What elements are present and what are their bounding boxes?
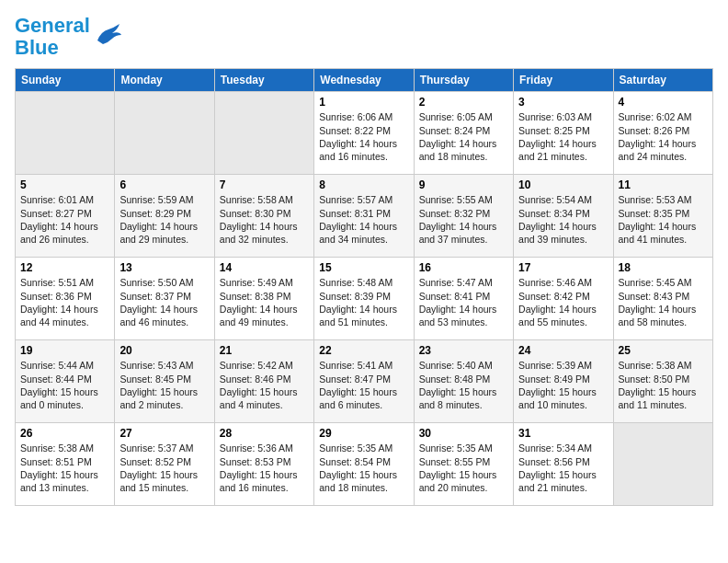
cell-info: Sunrise: 5:55 AMSunset: 8:32 PMDaylight:… — [419, 194, 497, 245]
calendar-cell: 18Sunrise: 5:45 AMSunset: 8:43 PMDayligh… — [613, 258, 712, 340]
header-friday: Friday — [514, 69, 613, 92]
calendar-cell — [115, 92, 214, 175]
calendar-week-2: 12Sunrise: 5:51 AMSunset: 8:36 PMDayligh… — [16, 258, 713, 340]
calendar-cell: 19Sunrise: 5:44 AMSunset: 8:44 PMDayligh… — [16, 340, 115, 423]
calendar-cell: 11Sunrise: 5:53 AMSunset: 8:35 PMDayligh… — [613, 175, 712, 258]
calendar-cell: 6Sunrise: 5:59 AMSunset: 8:29 PMDaylight… — [115, 175, 214, 258]
calendar-cell: 26Sunrise: 5:38 AMSunset: 8:51 PMDayligh… — [16, 423, 115, 506]
calendar-cell: 20Sunrise: 5:43 AMSunset: 8:45 PMDayligh… — [115, 340, 214, 423]
calendar-cell: 1Sunrise: 6:06 AMSunset: 8:22 PMDaylight… — [314, 92, 414, 175]
page-header: General Blue — [15, 15, 713, 59]
cell-info: Sunrise: 5:50 AMSunset: 8:37 PMDaylight:… — [119, 277, 198, 327]
cell-info: Sunrise: 5:39 AMSunset: 8:49 PMDaylight:… — [518, 360, 597, 410]
logo: General Blue — [15, 15, 123, 59]
day-number: 22 — [319, 344, 408, 357]
calendar-cell: 9Sunrise: 5:55 AMSunset: 8:32 PMDaylight… — [414, 175, 513, 258]
calendar-cell: 29Sunrise: 5:35 AMSunset: 8:54 PMDayligh… — [314, 423, 414, 506]
cell-info: Sunrise: 5:40 AMSunset: 8:48 PMDaylight:… — [419, 360, 497, 410]
calendar-cell: 17Sunrise: 5:46 AMSunset: 8:42 PMDayligh… — [514, 258, 613, 340]
cell-info: Sunrise: 5:41 AMSunset: 8:47 PMDaylight:… — [319, 360, 397, 410]
logo-bird-icon — [94, 22, 123, 48]
cell-info: Sunrise: 5:43 AMSunset: 8:45 PMDaylight:… — [119, 360, 198, 410]
cell-info: Sunrise: 5:48 AMSunset: 8:39 PMDaylight:… — [319, 277, 397, 327]
cell-info: Sunrise: 5:57 AMSunset: 8:31 PMDaylight:… — [319, 194, 397, 245]
cell-info: Sunrise: 6:03 AMSunset: 8:25 PMDaylight:… — [518, 111, 597, 162]
calendar-cell: 16Sunrise: 5:47 AMSunset: 8:41 PMDayligh… — [414, 258, 513, 340]
cell-info: Sunrise: 6:02 AMSunset: 8:26 PMDaylight:… — [619, 111, 697, 162]
cell-info: Sunrise: 5:46 AMSunset: 8:42 PMDaylight:… — [518, 277, 597, 327]
calendar-cell: 2Sunrise: 6:05 AMSunset: 8:24 PMDaylight… — [414, 92, 513, 175]
calendar-cell: 21Sunrise: 5:42 AMSunset: 8:46 PMDayligh… — [214, 340, 313, 423]
day-number: 15 — [319, 261, 408, 274]
day-number: 30 — [419, 427, 508, 440]
calendar-week-1: 5Sunrise: 6:01 AMSunset: 8:27 PMDaylight… — [16, 175, 713, 258]
calendar-cell: 22Sunrise: 5:41 AMSunset: 8:47 PMDayligh… — [314, 340, 414, 423]
day-number: 3 — [518, 96, 608, 109]
cell-info: Sunrise: 5:58 AMSunset: 8:30 PMDaylight:… — [220, 194, 298, 245]
cell-info: Sunrise: 5:59 AMSunset: 8:29 PMDaylight:… — [119, 194, 198, 245]
calendar-week-0: 1Sunrise: 6:06 AMSunset: 8:22 PMDaylight… — [16, 92, 713, 175]
day-number: 28 — [220, 427, 309, 440]
cell-info: Sunrise: 5:44 AMSunset: 8:44 PMDaylight:… — [20, 360, 98, 410]
cell-info: Sunrise: 5:54 AMSunset: 8:34 PMDaylight:… — [518, 194, 597, 245]
header-thursday: Thursday — [414, 69, 513, 92]
day-number: 17 — [518, 261, 608, 274]
cell-info: Sunrise: 5:38 AMSunset: 8:50 PMDaylight:… — [619, 360, 697, 410]
header-wednesday: Wednesday — [314, 69, 414, 92]
calendar-week-4: 26Sunrise: 5:38 AMSunset: 8:51 PMDayligh… — [16, 423, 713, 506]
calendar-cell: 27Sunrise: 5:37 AMSunset: 8:52 PMDayligh… — [115, 423, 214, 506]
calendar-cell: 24Sunrise: 5:39 AMSunset: 8:49 PMDayligh… — [514, 340, 613, 423]
cell-info: Sunrise: 5:51 AMSunset: 8:36 PMDaylight:… — [20, 277, 98, 327]
calendar-cell — [16, 92, 115, 175]
calendar-cell: 7Sunrise: 5:58 AMSunset: 8:30 PMDaylight… — [214, 175, 313, 258]
day-number: 21 — [220, 344, 309, 357]
day-number: 12 — [20, 261, 109, 274]
day-number: 14 — [220, 261, 309, 274]
calendar-cell: 5Sunrise: 6:01 AMSunset: 8:27 PMDaylight… — [16, 175, 115, 258]
cell-info: Sunrise: 5:53 AMSunset: 8:35 PMDaylight:… — [619, 194, 697, 245]
day-number: 10 — [518, 178, 608, 191]
cell-info: Sunrise: 5:47 AMSunset: 8:41 PMDaylight:… — [419, 277, 497, 327]
day-number: 7 — [220, 178, 309, 191]
day-number: 9 — [419, 178, 508, 191]
calendar-cell: 8Sunrise: 5:57 AMSunset: 8:31 PMDaylight… — [314, 175, 414, 258]
day-number: 19 — [20, 344, 109, 357]
cell-info: Sunrise: 5:34 AMSunset: 8:56 PMDaylight:… — [518, 442, 597, 493]
calendar-cell: 30Sunrise: 5:35 AMSunset: 8:55 PMDayligh… — [414, 423, 513, 506]
header-tuesday: Tuesday — [214, 69, 313, 92]
cell-info: Sunrise: 5:35 AMSunset: 8:54 PMDaylight:… — [319, 442, 397, 493]
calendar-cell: 3Sunrise: 6:03 AMSunset: 8:25 PMDaylight… — [514, 92, 613, 175]
cell-info: Sunrise: 5:42 AMSunset: 8:46 PMDaylight:… — [220, 360, 298, 410]
calendar-cell: 15Sunrise: 5:48 AMSunset: 8:39 PMDayligh… — [314, 258, 414, 340]
header-monday: Monday — [115, 69, 214, 92]
day-number: 18 — [619, 261, 708, 274]
calendar-cell: 10Sunrise: 5:54 AMSunset: 8:34 PMDayligh… — [514, 175, 613, 258]
day-number: 4 — [619, 96, 708, 109]
calendar-cell: 13Sunrise: 5:50 AMSunset: 8:37 PMDayligh… — [115, 258, 214, 340]
cell-info: Sunrise: 6:06 AMSunset: 8:22 PMDaylight:… — [319, 111, 397, 162]
logo-text: General Blue — [15, 15, 90, 59]
cell-info: Sunrise: 5:38 AMSunset: 8:51 PMDaylight:… — [20, 442, 98, 493]
calendar-cell — [214, 92, 313, 175]
calendar-cell — [613, 423, 712, 506]
calendar-cell: 23Sunrise: 5:40 AMSunset: 8:48 PMDayligh… — [414, 340, 513, 423]
day-number: 11 — [619, 178, 708, 191]
day-number: 1 — [319, 96, 408, 109]
cell-info: Sunrise: 5:36 AMSunset: 8:53 PMDaylight:… — [220, 442, 298, 493]
day-number: 5 — [20, 178, 109, 191]
cell-info: Sunrise: 5:35 AMSunset: 8:55 PMDaylight:… — [419, 442, 497, 493]
day-number: 31 — [518, 427, 608, 440]
day-number: 13 — [119, 261, 209, 274]
calendar-table: SundayMondayTuesdayWednesdayThursdayFrid… — [15, 68, 713, 506]
day-number: 23 — [419, 344, 508, 357]
cell-info: Sunrise: 5:49 AMSunset: 8:38 PMDaylight:… — [220, 277, 298, 327]
day-number: 29 — [319, 427, 408, 440]
day-number: 26 — [20, 427, 109, 440]
calendar-cell: 28Sunrise: 5:36 AMSunset: 8:53 PMDayligh… — [214, 423, 313, 506]
cell-info: Sunrise: 6:05 AMSunset: 8:24 PMDaylight:… — [419, 111, 497, 162]
calendar-cell: 12Sunrise: 5:51 AMSunset: 8:36 PMDayligh… — [16, 258, 115, 340]
day-number: 25 — [619, 344, 708, 357]
header-sunday: Sunday — [16, 69, 115, 92]
day-number: 8 — [319, 178, 408, 191]
day-number: 27 — [119, 427, 209, 440]
